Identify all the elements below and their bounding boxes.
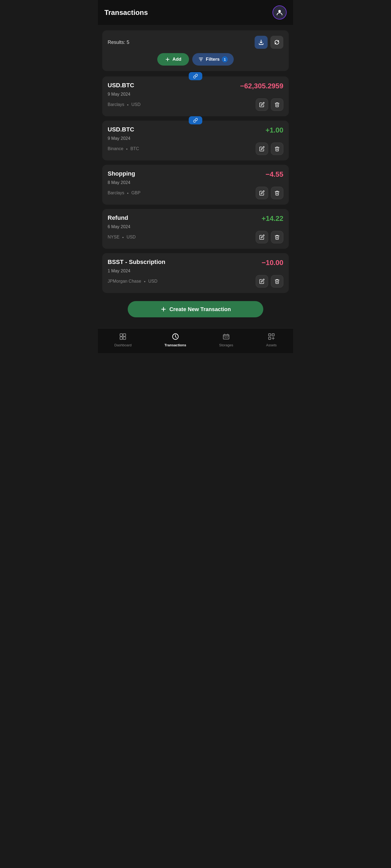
card-buttons: [256, 98, 283, 111]
transaction-date: 1 May 2024: [108, 269, 283, 273]
card-top: USD.BTC −62,305.2959: [108, 82, 283, 90]
create-transaction-button[interactable]: Create New Transaction: [128, 301, 263, 317]
transaction-amount: −4.55: [266, 170, 283, 179]
avatar[interactable]: [272, 5, 287, 20]
transaction-source: Barclays: [108, 190, 124, 195]
delete-button[interactable]: [271, 187, 283, 199]
refresh-button[interactable]: [270, 36, 283, 49]
transaction-source: Binance: [108, 146, 123, 151]
card-tags: NYSE ● USD: [108, 235, 136, 240]
transaction-source: NYSE: [108, 235, 120, 240]
trash-icon: [274, 190, 280, 196]
transaction-card: BSST - Subscription −10.00 1 May 2024 JP…: [102, 253, 289, 293]
trash-icon: [274, 235, 280, 240]
filter-button[interactable]: Filters 1: [192, 53, 234, 66]
controls-bottom: Add Filters 1: [108, 53, 283, 66]
transaction-currency: USD: [131, 102, 141, 107]
controls-top: Results: 5: [108, 36, 283, 49]
transaction-currency: BTC: [130, 146, 139, 151]
svg-rect-7: [268, 334, 271, 336]
transaction-name: BSST - Subscription: [108, 258, 166, 266]
nav-item-transactions[interactable]: Transactions: [159, 332, 192, 348]
storages-icon: [222, 333, 230, 342]
edit-icon: [259, 102, 265, 107]
transaction-date: 9 May 2024: [108, 92, 283, 97]
card-top: Refund +14.22: [108, 214, 283, 223]
transaction-date: 6 May 2024: [108, 224, 283, 229]
transaction-amount: −10.00: [262, 258, 283, 267]
delete-button[interactable]: [271, 275, 283, 287]
nav-item-assets[interactable]: Assets: [261, 332, 282, 348]
trash-icon: [274, 146, 280, 152]
refresh-icon: [274, 39, 280, 45]
delete-button[interactable]: [271, 231, 283, 243]
edit-icon: [259, 146, 265, 152]
card-buttons: [256, 275, 283, 287]
controls-actions: [254, 36, 283, 49]
edit-button[interactable]: [256, 98, 268, 111]
nav-label-storages: Storages: [219, 343, 233, 347]
svg-rect-2: [123, 334, 126, 336]
edit-button[interactable]: [256, 231, 268, 243]
create-btn-label: Create New Transaction: [170, 306, 231, 312]
tag-separator: ●: [144, 280, 146, 283]
card-meta: Binance ● BTC: [108, 143, 283, 155]
svg-rect-3: [120, 337, 123, 339]
download-button[interactable]: [254, 36, 268, 49]
create-btn-container: Create New Transaction: [98, 293, 293, 323]
card-tags: Barclays ● GBP: [108, 190, 141, 195]
transactions-icon: [172, 333, 179, 342]
nav-item-dashboard[interactable]: Dashboard: [109, 332, 137, 348]
edit-icon: [259, 235, 265, 240]
transaction-source: JPMorgan Chase: [108, 279, 141, 284]
card-top: BSST - Subscription −10.00: [108, 258, 283, 267]
svg-rect-4: [123, 337, 126, 339]
card-buttons: [256, 231, 283, 243]
card-top: USD.BTC +1.00: [108, 126, 283, 134]
trash-icon: [274, 279, 280, 284]
nav-item-storages[interactable]: Storages: [214, 332, 239, 348]
card-meta: JPMorgan Chase ● USD: [108, 275, 283, 287]
edit-button[interactable]: [256, 143, 268, 155]
controls-bar: Results: 5 Add: [102, 30, 289, 71]
add-button[interactable]: Add: [157, 53, 189, 66]
edit-icon: [259, 190, 265, 196]
card-buttons: [256, 143, 283, 155]
transaction-date: 8 May 2024: [108, 180, 283, 185]
edit-button[interactable]: [256, 275, 268, 287]
transaction-card: Refund +14.22 6 May 2024 NYSE ● USD: [102, 209, 289, 249]
svg-rect-8: [272, 334, 274, 336]
svg-rect-1: [120, 334, 123, 336]
svg-point-0: [278, 10, 281, 12]
download-icon: [258, 39, 264, 45]
card-buttons: [256, 187, 283, 199]
assets-icon: [268, 333, 275, 342]
dashboard-icon: [119, 333, 127, 342]
transaction-name: USD.BTC: [108, 126, 134, 133]
tag-separator: ●: [127, 103, 128, 106]
transaction-amount: +14.22: [262, 214, 283, 223]
transaction-source: Barclays: [108, 102, 124, 107]
transaction-name: Shopping: [108, 170, 135, 177]
delete-button[interactable]: [271, 143, 283, 155]
page-title: Transactions: [104, 8, 148, 17]
tag-separator: ●: [127, 192, 128, 194]
card-top: Shopping −4.55: [108, 170, 283, 179]
card-meta: Barclays ● USD: [108, 98, 283, 111]
transaction-amount: +1.00: [266, 126, 283, 134]
card-tags: Binance ● BTC: [108, 146, 139, 151]
delete-button[interactable]: [271, 98, 283, 111]
transaction-currency: USD: [148, 279, 157, 284]
edit-button[interactable]: [256, 187, 268, 199]
transaction-card: Shopping −4.55 8 May 2024 Barclays ● GBP: [102, 165, 289, 205]
card-tags: Barclays ● USD: [108, 102, 141, 107]
header: Transactions: [98, 0, 293, 25]
transaction-amount: −62,305.2959: [240, 82, 283, 90]
nav-label-dashboard: Dashboard: [114, 343, 132, 347]
plus-icon: [165, 57, 170, 62]
card-meta: Barclays ● GBP: [108, 187, 283, 199]
filter-label: Filters: [206, 57, 220, 62]
svg-rect-6: [223, 335, 229, 339]
add-label: Add: [173, 57, 181, 62]
svg-rect-9: [268, 337, 271, 339]
